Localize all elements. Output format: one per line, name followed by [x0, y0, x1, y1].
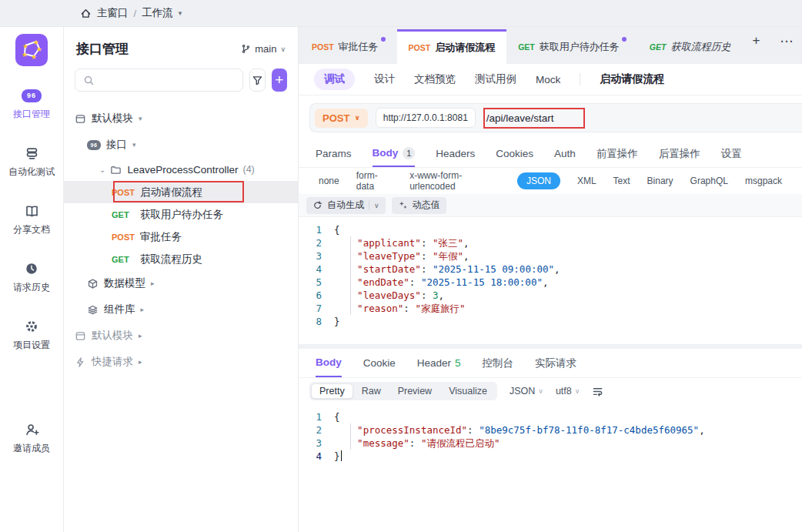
breadcrumb-item-main-window[interactable]: 主窗口 [97, 6, 129, 20]
body-type-Text[interactable]: Text [613, 176, 630, 186]
request-path-input[interactable]: /api/leave/start [483, 108, 585, 129]
tab-审批任务[interactable]: POST审批任务 [300, 29, 397, 64]
body-type-msgpack[interactable]: msgpack [745, 176, 782, 186]
branch-selector[interactable]: main ∨ [241, 43, 286, 55]
word-wrap-icon[interactable] [592, 386, 603, 397]
code-content: "startDate": "2025-11-15 09:00:00", [334, 263, 560, 276]
tree-item-label: 默认模块 [92, 329, 133, 343]
rail-item-邀请成员[interactable]: 邀请成员 [13, 422, 50, 455]
mode-tab-调试[interactable]: 调试 [314, 69, 355, 90]
layers-icon [87, 304, 99, 316]
tree-endpoint-启动请假流程[interactable]: POST启动请假流程 [64, 181, 298, 203]
tree-endpoint-获取流程历史[interactable]: GET获取流程历史 [64, 248, 298, 270]
project-logo[interactable]: ★★★ ★★ [15, 34, 48, 66]
request-body-editor[interactable]: 1{2 "applicant": "张三",3 "leaveType": "年假… [299, 217, 802, 344]
automation-icon [25, 146, 39, 161]
rail-item-label: 自动化测试 [8, 166, 55, 179]
breadcrumb-item-workflow[interactable]: 工作流 [142, 6, 173, 20]
format-Preview[interactable]: Preview [389, 383, 440, 399]
line-number: 1 [299, 410, 334, 423]
tree-endpoint-审批任务[interactable]: POST审批任务 [64, 226, 298, 248]
body-type-Binary[interactable]: Binary [647, 176, 673, 186]
api-tree: 默认模块▾96接口▾⌄LeaveProcessController(4)POST… [64, 99, 298, 375]
request-tab-Cookies[interactable]: Cookies [496, 140, 533, 167]
line-number: 3 [299, 437, 334, 450]
add-api-button[interactable]: + [272, 69, 287, 92]
body-type-GraphQL[interactable]: GraphQL [690, 176, 728, 186]
tree-item-数据模型[interactable]: 数据模型▸ [64, 270, 298, 296]
encoding-dropdown[interactable]: utf8 ∨ [556, 386, 580, 396]
body-type-none[interactable]: none [319, 176, 339, 186]
code-line: 6 "leaveDays": 3, [299, 289, 802, 302]
tree-item-label: 审批任务 [140, 230, 182, 244]
tab-method: GET [518, 42, 535, 52]
request-tab-前置操作[interactable]: 前置操作 [596, 140, 638, 167]
line-number: 4 [299, 263, 334, 276]
format-Visualize[interactable]: Visualize [440, 383, 496, 399]
tab-获取流程历史[interactable]: GET获取流程历史 [638, 29, 743, 64]
svg-text:★: ★ [22, 51, 28, 59]
body-type-x-www-form-urlencoded[interactable]: x-www-form-urlencoded [409, 170, 500, 192]
mode-tab-文档预览[interactable]: 文档预览 [414, 72, 456, 86]
chevron-down-icon: ∨ [538, 387, 543, 395]
format-Pretty[interactable]: Pretty [311, 383, 353, 399]
tree-item-默认模块[interactable]: 默认模块▾ [64, 105, 298, 132]
tree-endpoint-获取用户待办任务[interactable]: GET获取用户待办任务 [64, 203, 298, 226]
auto-generate-button[interactable]: 自动生成 ∨ [306, 197, 386, 214]
body-type-XML[interactable]: XML [577, 176, 596, 186]
base-url-chip[interactable]: http://127.0.0.1:8081 [376, 108, 476, 128]
response-tab-实际请求[interactable]: 实际请求 [535, 349, 576, 377]
body-type-JSON[interactable]: JSON [517, 172, 560, 189]
chevron-down-icon[interactable]: ▾ [179, 9, 182, 17]
request-tab-Params[interactable]: Params [316, 140, 352, 167]
more-tabs-button[interactable]: ⋯ [770, 33, 802, 49]
format-Raw[interactable]: Raw [353, 383, 389, 399]
rail-item-请求历史[interactable]: 请求历史 [13, 261, 50, 294]
svg-text:★: ★ [36, 45, 42, 53]
response-tab-Body[interactable]: Body [316, 349, 342, 377]
tree-item-组件库[interactable]: 组件库▸ [64, 296, 298, 323]
mode-tab-测试用例[interactable]: 测试用例 [475, 72, 516, 86]
rail-item-接口管理[interactable]: 96接口管理 [13, 88, 50, 121]
tree-item-默认模块[interactable]: 默认模块▸ [64, 323, 298, 349]
tree-item-快捷请求[interactable]: 快捷请求▸ [64, 349, 298, 375]
mode-tab-设计[interactable]: 设计 [374, 72, 395, 86]
tab-获取用户待办任务[interactable]: GET获取用户待办任务 [506, 29, 638, 64]
filter-button[interactable] [249, 69, 266, 92]
body-type-form-data[interactable]: form-data [356, 170, 393, 192]
main-pane: POST审批任务POST启动请假流程GET获取用户待办任务GET获取流程历史+⋯… [299, 27, 802, 532]
line-number: 5 [299, 276, 334, 289]
request-tab-后置操作[interactable]: 后置操作 [659, 140, 700, 167]
search-field[interactable] [99, 75, 235, 86]
response-body-editor[interactable]: 1{2 "processInstanceId": "8be9c75f-bf78-… [299, 404, 802, 532]
rail-item-项目设置[interactable]: 项目设置 [13, 319, 50, 352]
response-tab-控制台[interactable]: 控制台 [483, 349, 514, 377]
new-tab-button[interactable]: + [742, 33, 770, 49]
request-url-bar: POST ∨ http://127.0.0.1:8081 /api/leave/… [309, 103, 802, 132]
endpoint-count: (4) [242, 164, 254, 175]
tab-启动请假流程[interactable]: POST启动请假流程 [397, 29, 507, 64]
request-tab-Body[interactable]: Body1 [373, 140, 416, 167]
request-tab-设置[interactable]: 设置 [721, 140, 742, 167]
mode-tab-Mock[interactable]: Mock [536, 74, 560, 85]
response-tab-Cookie[interactable]: Cookie [363, 349, 396, 377]
tree-item-LeaveProcessController[interactable]: ⌄LeaveProcessController(4) [64, 158, 298, 181]
response-type-dropdown[interactable]: JSON ∨ [510, 386, 543, 396]
rail-item-自动化测试[interactable]: 自动化测试 [8, 146, 55, 179]
code-content: "message": "请假流程已启动" [334, 437, 500, 450]
home-icon[interactable] [80, 8, 92, 19]
search-input[interactable] [75, 69, 243, 92]
chevron-down-icon[interactable]: ⌄ [99, 166, 105, 174]
tree-item-接口[interactable]: 96接口▾ [64, 132, 298, 158]
body-type-selector: noneform-datax-www-form-urlencodedJSONXM… [299, 168, 802, 194]
request-tab-Headers[interactable]: Headers [436, 140, 475, 167]
response-tab-Header[interactable]: Header5 [417, 349, 461, 377]
method-dropdown[interactable]: POST ∨ [315, 109, 368, 128]
breadcrumb: 主窗口 / 工作流 ▾ [0, 0, 802, 27]
code-content: "endDate": "2025-11-15 18:00:00", [334, 276, 548, 289]
tree-item-label: 接口 [106, 138, 127, 152]
rail-item-分享文档[interactable]: 分享文档 [13, 203, 50, 236]
dynamic-value-button[interactable]: 动态值 [392, 197, 446, 214]
request-tab-Auth[interactable]: Auth [554, 140, 576, 167]
editor-toolbar: 自动生成 ∨ 动态值 [299, 194, 802, 217]
